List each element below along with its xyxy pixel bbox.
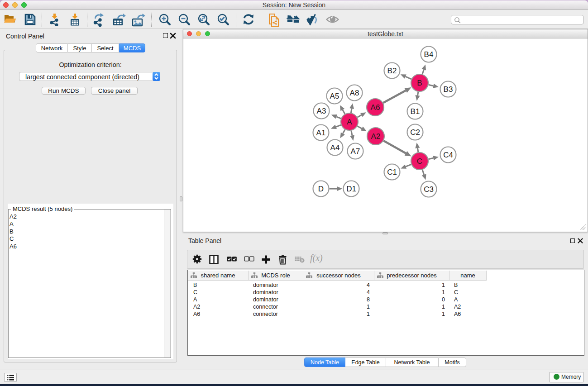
svg-text:A3: A3 bbox=[317, 107, 326, 115]
svg-text:B2: B2 bbox=[387, 67, 397, 75]
svg-text:A5: A5 bbox=[330, 92, 339, 100]
svg-text:A6: A6 bbox=[371, 103, 380, 112]
svg-text:C: C bbox=[417, 157, 422, 166]
svg-text:A4: A4 bbox=[330, 143, 340, 152]
svg-text:A2: A2 bbox=[371, 132, 381, 141]
svg-text:D1: D1 bbox=[346, 185, 356, 193]
svg-text:B: B bbox=[417, 79, 422, 87]
svg-text:B1: B1 bbox=[411, 107, 420, 116]
svg-text:A: A bbox=[347, 118, 352, 126]
svg-text:A8: A8 bbox=[350, 89, 359, 97]
svg-text:C4: C4 bbox=[443, 151, 453, 159]
svg-text:A1: A1 bbox=[316, 129, 326, 137]
svg-text:C1: C1 bbox=[387, 168, 397, 176]
svg-text:A7: A7 bbox=[351, 147, 360, 156]
svg-text:C3: C3 bbox=[424, 185, 434, 194]
svg-text:D: D bbox=[318, 185, 324, 193]
svg-text:B4: B4 bbox=[424, 50, 434, 59]
svg-text:B3: B3 bbox=[444, 85, 453, 94]
svg-text:C2: C2 bbox=[410, 128, 420, 137]
